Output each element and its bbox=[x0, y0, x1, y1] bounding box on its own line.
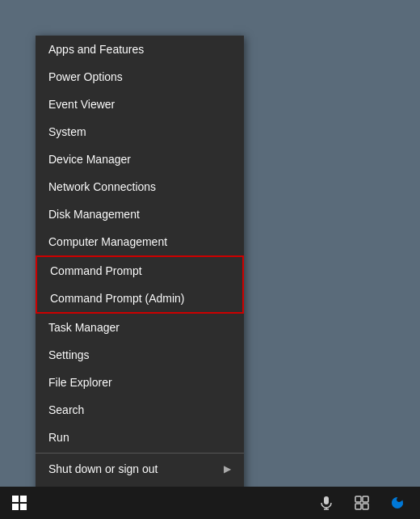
context-menu: Apps and Features Power Options Event Vi… bbox=[36, 36, 244, 510]
svg-rect-3 bbox=[20, 504, 27, 510]
menu-item-system[interactable]: System bbox=[36, 118, 244, 146]
menu-item-power-options[interactable]: Power Options bbox=[36, 63, 244, 91]
chevron-right-icon: ▶ bbox=[224, 463, 231, 475]
svg-rect-4 bbox=[324, 496, 329, 504]
menu-item-command-prompt[interactable]: Command Prompt bbox=[37, 257, 242, 285]
menu-item-apps-features[interactable]: Apps and Features bbox=[36, 36, 244, 63]
svg-rect-2 bbox=[12, 504, 19, 510]
menu-item-settings[interactable]: Settings bbox=[36, 341, 244, 369]
menu-item-command-prompt-admin[interactable]: Command Prompt (Admin) bbox=[37, 285, 242, 312]
svg-rect-7 bbox=[355, 496, 361, 502]
svg-rect-10 bbox=[363, 504, 368, 509]
task-view-icon[interactable] bbox=[346, 487, 378, 519]
start-button[interactable] bbox=[0, 487, 39, 519]
svg-rect-1 bbox=[20, 496, 27, 502]
menu-item-network-connections[interactable]: Network Connections bbox=[36, 173, 244, 200]
svg-rect-0 bbox=[12, 496, 19, 502]
menu-item-event-viewer[interactable]: Event Viewer bbox=[36, 91, 244, 118]
taskbar-system-icons bbox=[310, 487, 420, 519]
menu-item-search[interactable]: Search bbox=[36, 396, 244, 424]
menu-item-device-manager[interactable]: Device Manager bbox=[36, 146, 244, 173]
menu-item-run[interactable]: Run bbox=[36, 424, 244, 451]
svg-rect-8 bbox=[363, 496, 368, 502]
microphone-icon[interactable] bbox=[310, 487, 342, 519]
menu-divider bbox=[36, 453, 244, 454]
menu-item-computer-management[interactable]: Computer Management bbox=[36, 228, 244, 255]
svg-rect-9 bbox=[355, 504, 361, 509]
menu-item-disk-management[interactable]: Disk Management bbox=[36, 200, 244, 228]
menu-item-task-manager[interactable]: Task Manager bbox=[36, 314, 244, 341]
taskbar bbox=[0, 487, 420, 519]
menu-item-shut-down[interactable]: Shut down or sign out ▶ bbox=[36, 455, 244, 483]
menu-item-file-explorer[interactable]: File Explorer bbox=[36, 369, 244, 396]
edge-icon[interactable] bbox=[381, 487, 414, 519]
